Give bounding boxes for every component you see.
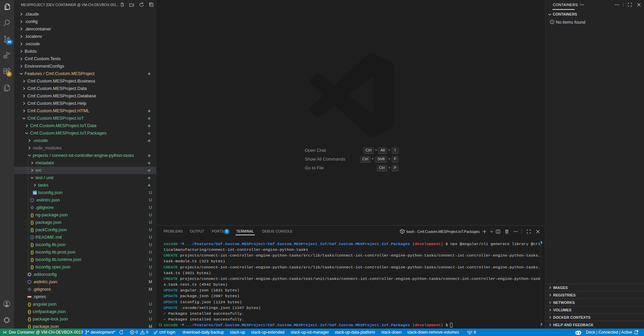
svg-text:{}: {} xyxy=(28,309,31,314)
svg-text:{}: {} xyxy=(30,250,34,255)
svg-text:TS: TS xyxy=(33,192,36,195)
svg-text:{}: {} xyxy=(30,213,34,217)
svg-text:{}: {} xyxy=(30,265,34,269)
svg-text:{}: {} xyxy=(28,302,31,307)
svg-text:{}: {} xyxy=(28,317,31,321)
svg-text:{}: {} xyxy=(28,324,31,329)
svg-text:{}: {} xyxy=(30,227,34,232)
svg-text:{}: {} xyxy=(30,257,34,262)
svg-text:{}: {} xyxy=(30,242,34,247)
svg-text:{}: {} xyxy=(30,220,34,225)
